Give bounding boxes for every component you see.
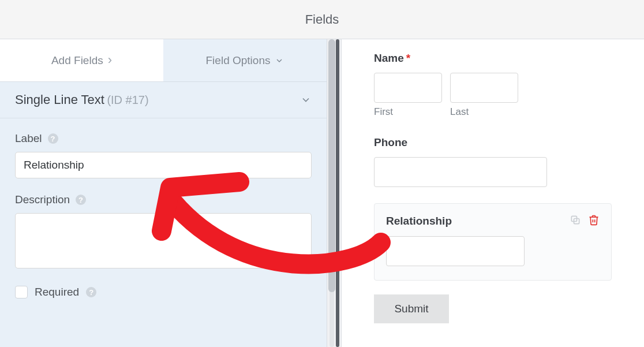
trash-icon[interactable] — [588, 214, 600, 228]
label-heading: Label — [15, 132, 42, 145]
field-type-wrap: Single Line Text (ID #17) — [15, 92, 149, 107]
field-header[interactable]: Single Line Text (ID #17) — [0, 82, 327, 118]
chevron-down-icon — [300, 94, 312, 106]
relationship-actions — [570, 214, 600, 228]
left-panel: Add Fields Field Options Single Line Tex… — [0, 39, 327, 347]
last-name-input[interactable] — [450, 73, 518, 103]
relationship-input[interactable] — [386, 236, 525, 266]
first-name-input[interactable] — [374, 73, 442, 103]
label-heading-row: Label ? — [15, 132, 312, 145]
label-input[interactable] — [15, 152, 312, 178]
tab-add-fields[interactable]: Add Fields — [0, 39, 163, 81]
help-icon[interactable]: ? — [76, 195, 86, 205]
first-sublabel: First — [374, 106, 442, 118]
relationship-header: Relationship — [386, 214, 600, 228]
name-row: First Last — [374, 73, 612, 118]
required-label: Required — [35, 286, 79, 299]
field-id-label: (ID #17) — [107, 94, 148, 106]
tab-add-fields-label: Add Fields — [51, 54, 103, 67]
phone-label: Phone — [374, 136, 612, 149]
tab-field-options[interactable]: Field Options — [163, 39, 327, 81]
phone-input[interactable] — [374, 157, 547, 187]
duplicate-icon[interactable] — [570, 214, 581, 228]
description-input[interactable] — [15, 213, 312, 268]
phone-block: Phone — [374, 136, 612, 187]
field-type-label: Single Line Text — [15, 92, 104, 107]
help-icon[interactable]: ? — [86, 287, 96, 297]
required-row: Required ? — [15, 286, 312, 299]
scroll-thumb[interactable] — [328, 39, 335, 292]
panel-tabs: Add Fields Field Options — [0, 39, 327, 82]
description-heading: Description — [15, 193, 70, 206]
page-header: Fields — [0, 0, 644, 39]
chevron-right-icon — [108, 53, 112, 68]
submit-label: Submit — [394, 303, 428, 315]
first-name-wrap: First — [374, 73, 442, 118]
panel-divider[interactable] — [327, 39, 342, 347]
last-name-wrap: Last — [450, 73, 518, 118]
tab-field-options-label: Field Options — [206, 54, 271, 67]
page-title: Fields — [305, 12, 339, 27]
required-star-icon: * — [406, 52, 410, 65]
field-body: Label ? Description ? Required ? — [0, 118, 327, 304]
name-label-text: Name — [374, 52, 404, 65]
required-checkbox[interactable] — [15, 286, 28, 299]
relationship-label: Relationship — [386, 215, 452, 227]
name-field-label: Name * — [374, 52, 612, 65]
resize-handle[interactable] — [336, 39, 339, 347]
last-sublabel: Last — [450, 106, 518, 118]
chevron-down-icon — [275, 56, 284, 65]
submit-button[interactable]: Submit — [374, 294, 449, 323]
help-icon[interactable]: ? — [48, 133, 58, 144]
relationship-block[interactable]: Relationship — [374, 203, 612, 281]
form-preview: Name * First Last Phone Relationship — [342, 39, 644, 347]
main-layout: Add Fields Field Options Single Line Tex… — [0, 39, 644, 347]
description-heading-row: Description ? — [15, 193, 312, 206]
